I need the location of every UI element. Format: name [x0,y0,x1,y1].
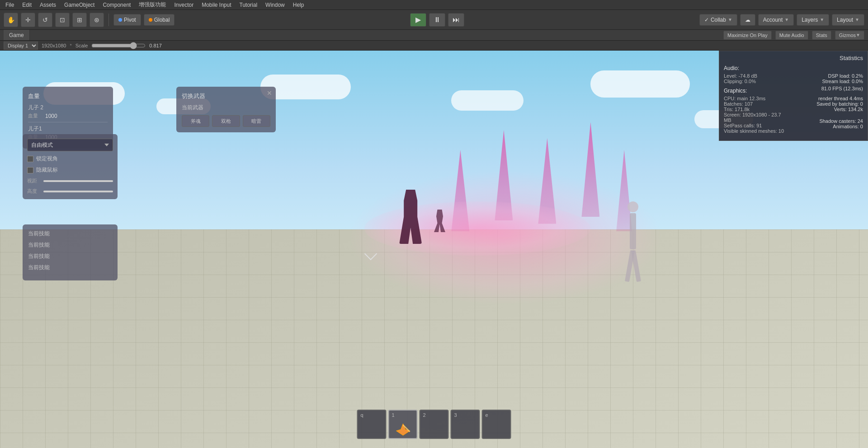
cloud-button[interactable]: ☁ [740,14,755,26]
stats-title: Statistics [724,55,863,61]
weapon-icon [394,423,412,436]
hide-cursor-checkbox[interactable] [27,167,33,173]
pivot-label: Pivot [124,17,136,23]
menu-file[interactable]: File [2,1,18,9]
action-slot-3[interactable]: 3 [451,410,480,439]
step-button[interactable]: ⏭ [448,13,464,27]
weapon-panel-title: 切换武器 [182,92,270,100]
stats-button[interactable]: Stats [812,31,831,40]
menu-invector[interactable]: Invector [170,1,197,9]
stats-shadow-casters: Shadow casters: 24 [798,118,863,124]
action-slot-1[interactable]: 1 [388,410,418,439]
lock-view-checkbox[interactable] [27,156,33,162]
menu-component[interactable]: Component [99,1,134,9]
cloud-5 [590,70,690,98]
stats-audio-left: Level: -74.8 dB Clipping: 0.0% [724,73,789,84]
stats-graphics-header: Graphics: 81.0 FPS (12.3ms) [724,86,863,96]
layers-button[interactable]: Layers ▼ [797,14,829,26]
pause-button[interactable]: ⏸ [429,13,445,27]
transform-tool-button[interactable]: ⊛ [90,13,104,27]
lock-view-label: 锁定视角 [36,155,58,163]
maximize-on-play-button[interactable]: Maximize On Play [723,31,772,40]
char2-name: 儿子1 [28,125,108,133]
mode-panel: 自由模式 锁定视角 隐藏鼠标 视距 高度 [23,134,118,199]
collab-button[interactable]: ✓ Collab ▼ [699,14,737,26]
weapon-btn-1[interactable]: 斧魂 [182,115,209,127]
menu-tutorial[interactable]: Tutorial [236,1,261,9]
stats-cpu: CPU: main 12.3ms [724,96,789,101]
slot-e-key: e [486,412,488,418]
menu-gameobject[interactable]: GameObject [61,1,98,9]
menu-edit[interactable]: Edit [19,1,35,9]
menu-help[interactable]: Help [289,1,308,9]
hide-cursor-row: 隐藏鼠标 [27,166,113,174]
stats-audio-title: Audio: [724,65,863,71]
menu-mobile-input[interactable]: Mobile Input [198,1,235,9]
weapon-panel: ✕ 切换武器 当前武器 斧魂 双枪 暗雷 [176,87,276,132]
move-tool-button[interactable]: ✛ [21,13,35,27]
mute-audio-button[interactable]: Mute Audio [775,31,808,40]
height-fill [43,191,113,192]
toolbar: ✋ ✛ ↺ ⊡ ⊞ ⊛ Pivot Global ▶ ⏸ ⏭ ✓ Collab … [0,10,868,30]
stats-dsp: DSP load: 0.2% [798,73,863,79]
stats-clipping: Clipping: 0.0% [724,79,789,84]
stats-label: Stats [816,33,827,38]
slot-q-key: q [361,412,363,418]
action-slot-e[interactable]: e [482,410,511,439]
stats-spacer [798,112,863,118]
hand-tool-button[interactable]: ✋ [4,13,18,27]
weapon-panel-close-button[interactable]: ✕ [267,89,272,97]
account-button[interactable]: Account ▼ [758,14,794,26]
dist-fill [43,180,113,182]
scale-value: 0.817 [149,43,162,48]
global-label: Global [154,17,170,23]
menu-bar: File Edit Assets GameObject Component 增强… [0,0,868,10]
stats-fps: 81.0 FPS (12.3ms) [821,86,863,96]
stats-graphics-title: Graphics: [724,88,747,94]
slot-3-key: 3 [454,412,457,418]
skills-panel: 当前技能 当前技能 当前技能 当前技能 [23,224,118,280]
skill-4: 当前技能 [28,264,112,271]
dist-label: 视距 [27,177,40,184]
menu-enhanced[interactable]: 增强版功能 [135,0,170,9]
display-select[interactable]: Display 1 [4,42,38,50]
pivot-button[interactable]: Pivot [113,14,141,26]
blood-panel-title: 血量 [28,92,108,100]
global-button[interactable]: Global [144,14,175,26]
menu-window[interactable]: Window [262,1,288,9]
action-bar: q 1 2 3 e [357,410,511,439]
layers-label: Layers [802,17,818,23]
skill-1: 当前技能 [28,230,112,238]
layout-button[interactable]: Layout ▼ [832,14,864,26]
statistics-panel: Statistics Audio: Level: -74.8 dB Clippi… [719,51,868,141]
height-slider-row: 高度 [27,188,113,195]
game-view[interactable]: 血量 儿子 2 血量 1000 儿子1 血量 1000 ✕ 切换武器 当前武器 … [0,51,868,448]
action-slot-q[interactable]: q [357,410,387,439]
action-slot-2[interactable]: 2 [420,410,449,439]
character-right [615,201,651,283]
refresh-tool-button[interactable]: ↺ [38,13,52,27]
layout-arrow-icon: ▼ [855,17,859,22]
gizmos-arrow-icon: ▼ [856,33,860,37]
resolution-label: 1920x1080 [42,43,66,48]
scale-slider[interactable] [91,42,146,49]
gizmos-button[interactable]: Gizmos ▼ [835,31,864,40]
height-track [43,191,113,192]
stats-screen: Screen: 1920x1080 - 23.7 MB [724,112,789,123]
game-tab[interactable]: Game [4,30,30,40]
stats-stream: Stream load: 0.0% [798,79,863,84]
layout-label: Layout [837,17,853,23]
select-tool-button[interactable]: ⊡ [55,13,70,27]
global-dot-icon [149,18,152,22]
weapon-btn-2[interactable]: 双枪 [212,115,240,127]
stats-render-thread: render thread 4.4ms [798,96,863,101]
play-button[interactable]: ▶ [410,13,426,27]
scale-tool-button[interactable]: ⊞ [72,13,87,27]
stats-verts: Verts: 134.2k [798,107,863,112]
char1-stat-row: 血量 1000 [28,112,108,119]
mode-select[interactable]: 自由模式 [27,139,113,151]
menu-assets[interactable]: Assets [36,1,60,9]
weapon-btn-3[interactable]: 暗雷 [243,115,270,127]
stats-saved-batching: Saved by batching: 0 [798,101,863,107]
stats-audio-right: DSP load: 0.2% Stream load: 0.0% [798,73,863,84]
